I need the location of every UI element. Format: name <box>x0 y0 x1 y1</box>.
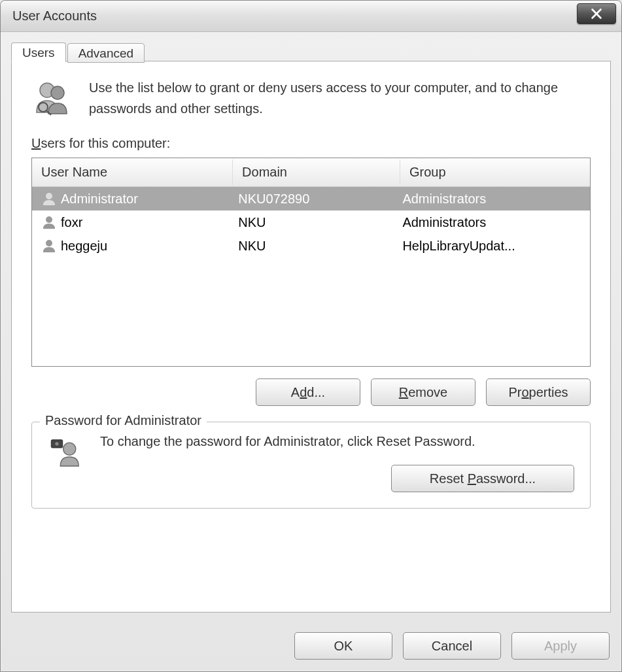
user-icon <box>41 191 57 207</box>
cell-group: Administrators <box>398 215 579 230</box>
table-row[interactable]: heggejuNKUHelpLibraryUpdat... <box>32 234 590 258</box>
users-panel: Use the list below to grant or deny user… <box>12 61 610 612</box>
properties-button[interactable]: Properties <box>486 378 591 406</box>
key-user-icon <box>48 434 84 471</box>
window-title: User Accounts <box>12 8 97 24</box>
cell-username: Administrator <box>61 192 138 207</box>
users-icon <box>31 77 73 119</box>
tab-users[interactable]: Users <box>11 42 66 62</box>
intro-section: Use the list below to grant or deny user… <box>31 77 591 119</box>
cell-domain: NKU072890 <box>234 192 398 207</box>
list-header: User Name Domain Group <box>32 158 590 187</box>
cell-domain: NKU <box>234 239 398 254</box>
column-header-domain[interactable]: Domain <box>233 160 400 185</box>
title-bar: User Accounts <box>1 1 621 32</box>
cell-domain: NKU <box>234 215 398 230</box>
svg-point-5 <box>46 216 52 223</box>
password-legend: Password for Administrator <box>40 413 207 428</box>
cell-username: foxr <box>61 215 82 230</box>
svg-point-1 <box>51 86 64 99</box>
users-list-label: Users for this computer: <box>31 136 591 151</box>
svg-point-6 <box>46 240 52 246</box>
svg-point-7 <box>63 443 76 455</box>
column-header-group[interactable]: Group <box>400 160 584 185</box>
user-icon <box>41 238 57 254</box>
cell-username: heggeju <box>61 239 107 254</box>
password-fieldset: Password for Administrator To change the… <box>31 422 591 509</box>
remove-button[interactable]: Remove <box>371 378 475 406</box>
cell-group: Administrators <box>398 192 579 207</box>
user-icon <box>41 214 57 230</box>
cancel-button[interactable]: Cancel <box>403 632 501 660</box>
reset-password-button[interactable]: Reset Password... <box>391 465 574 492</box>
dialog-footer: OK Cancel Apply <box>1 623 621 671</box>
users-listview[interactable]: User Name Domain Group AdministratorNKU0… <box>31 158 591 367</box>
password-instruction-text: To change the password for Administrator… <box>100 434 574 449</box>
user-accounts-window: User Accounts Users Advanced <box>0 0 622 672</box>
ok-button[interactable]: OK <box>294 632 392 660</box>
user-buttons-row: Add... Remove Properties <box>31 378 591 406</box>
cell-group: HelpLibraryUpdat... <box>398 239 579 254</box>
column-header-username[interactable]: User Name <box>32 160 233 185</box>
add-button[interactable]: Add... <box>256 378 360 406</box>
apply-button[interactable]: Apply <box>511 632 610 660</box>
table-row[interactable]: foxrNKUAdministrators <box>32 210 590 234</box>
close-icon <box>589 7 604 21</box>
tab-advanced[interactable]: Advanced <box>67 43 145 63</box>
intro-text: Use the list below to grant or deny user… <box>89 77 591 119</box>
table-row[interactable]: AdministratorNKU072890Administrators <box>32 187 590 210</box>
svg-point-4 <box>46 193 52 199</box>
close-button[interactable] <box>577 3 616 24</box>
svg-point-9 <box>55 442 58 445</box>
tab-strip: Users Advanced <box>11 42 146 62</box>
tab-panel: Users Advanced Use the list below to gra… <box>11 61 611 613</box>
